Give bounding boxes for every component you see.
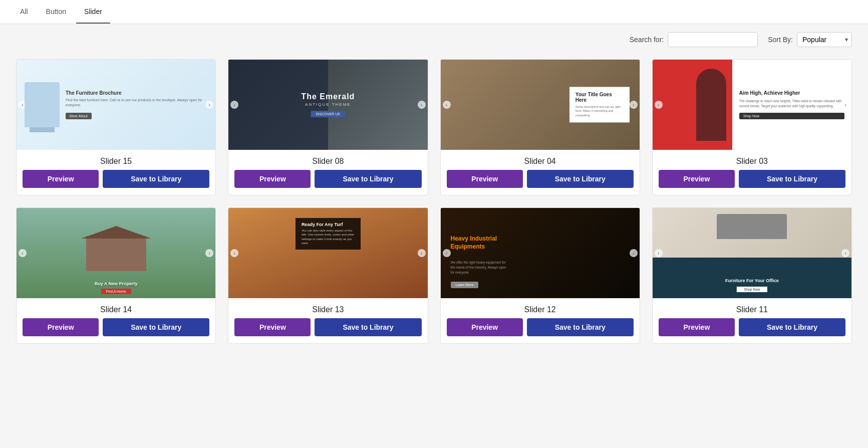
sofa-shape-11 <box>717 214 787 239</box>
preview-button-slider-03[interactable]: Preview <box>659 170 735 188</box>
content-block-03: Aim High, Achieve Higher The challenge t… <box>732 60 851 150</box>
card-thumb-slider-15: ‹ The Furniture Brochure Find the best f… <box>17 60 215 150</box>
thumb-body-15: Find the best furniture here. Call us to… <box>66 98 207 108</box>
thumb-body-03: The challenge to reach new heights. Titl… <box>739 99 844 109</box>
preview-button-slider-15[interactable]: Preview <box>23 170 99 188</box>
tab-slider[interactable]: Slider <box>76 1 110 24</box>
card-actions-slider-11: Preview Save to Library <box>653 318 851 343</box>
prev-arrow-03[interactable]: ‹ <box>655 101 663 109</box>
prev-arrow-13[interactable]: ‹ <box>230 249 238 257</box>
card-actions-slider-04: Preview Save to Library <box>441 170 640 195</box>
card-title-slider-08: Slider 08 <box>228 150 427 170</box>
search-group: Search for: <box>630 32 758 47</box>
overlay-text-08: The Emerald ANTIQUE THEME DISCOVER US <box>301 92 355 117</box>
next-arrow-08[interactable]: › <box>418 101 426 109</box>
thumb-bottom-text-11: Furniture For Your Office <box>725 278 779 283</box>
card-thumb-slider-08: The Emerald ANTIQUE THEME DISCOVER US ‹ … <box>228 60 427 150</box>
next-arrow-15[interactable]: › <box>205 101 213 109</box>
card-title-slider-04: Slider 04 <box>441 150 640 170</box>
save-button-slider-15[interactable]: Save to Library <box>103 170 209 188</box>
chair-image-15 <box>25 82 60 127</box>
thumb-bottom-cta-14: Find A Home <box>101 289 131 294</box>
card-title-slider-03: Slider 03 <box>653 150 851 170</box>
thumb-bottom-cta-11: Shop Now <box>737 287 767 292</box>
dark-box-13: Ready For Any Turf You can also style ev… <box>296 218 361 250</box>
thumb-body-12: We offer the right heavy equipment for t… <box>451 260 511 275</box>
thumb-headline-03: Aim High, Achieve Higher <box>739 90 844 96</box>
thumb-cta-15: More About <box>66 113 92 119</box>
prev-arrow-04[interactable]: ‹ <box>443 101 451 109</box>
person-silhouette-03 <box>696 69 726 141</box>
preview-button-slider-04[interactable]: Preview <box>447 170 523 188</box>
white-box-04: Your Title Goes Here Some descriptive te… <box>569 87 630 122</box>
tab-button[interactable]: Button <box>38 1 74 24</box>
card-slider-03: Aim High, Achieve Higher The challenge t… <box>652 59 852 195</box>
next-arrow-13[interactable]: › <box>418 249 426 257</box>
thumb-sub-08: ANTIQUE THEME <box>301 102 355 107</box>
card-actions-slider-13: Preview Save to Library <box>228 318 427 343</box>
next-arrow-11[interactable]: › <box>841 249 849 257</box>
preview-button-slider-13[interactable]: Preview <box>234 318 311 336</box>
card-actions-slider-15: Preview Save to Library <box>17 170 215 195</box>
card-slider-08: The Emerald ANTIQUE THEME DISCOVER US ‹ … <box>228 59 428 195</box>
sort-group: Sort By: Popular Newest Oldest <box>768 32 852 47</box>
card-actions-slider-14: Preview Save to Library <box>17 318 215 343</box>
thumb-headline-15: The Furniture Brochure <box>66 90 207 96</box>
thumb-title-13: Ready For Any Turf <box>302 222 355 227</box>
sort-select[interactable]: Popular Newest Oldest <box>797 32 852 47</box>
text-block-15: The Furniture Brochure Find the best fur… <box>66 90 207 120</box>
card-slider-11: Furniture For Your Office Shop Now ‹ › S… <box>652 207 852 344</box>
card-title-slider-11: Slider 11 <box>653 298 851 318</box>
card-slider-13: Ready For Any Turf You can also style ev… <box>228 207 428 344</box>
save-button-slider-14[interactable]: Save to Library <box>103 318 209 336</box>
card-thumb-slider-12: Heavy IndustrialEquipments We offer the … <box>441 208 640 298</box>
card-thumb-slider-13: Ready For Any Turf You can also style ev… <box>228 208 427 298</box>
save-button-slider-11[interactable]: Save to Library <box>739 318 845 336</box>
next-arrow-04[interactable]: › <box>630 101 638 109</box>
search-label: Search for: <box>630 36 664 44</box>
card-slider-15: ‹ The Furniture Brochure Find the best f… <box>16 59 216 195</box>
prev-arrow-08[interactable]: ‹ <box>230 101 238 109</box>
preview-button-slider-11[interactable]: Preview <box>659 318 735 336</box>
save-button-slider-13[interactable]: Save to Library <box>315 318 421 336</box>
card-title-slider-14: Slider 14 <box>17 298 215 318</box>
card-actions-slider-12: Preview Save to Library <box>441 318 640 343</box>
save-button-slider-12[interactable]: Save to Library <box>527 318 634 336</box>
prev-arrow-11[interactable]: ‹ <box>655 249 663 257</box>
next-arrow-14[interactable]: › <box>205 249 213 257</box>
preview-button-slider-12[interactable]: Preview <box>447 318 523 336</box>
thumb-title-04: Your Title Goes Here <box>575 92 624 103</box>
thumb-title-08: The Emerald <box>301 92 355 101</box>
save-button-slider-08[interactable]: Save to Library <box>315 170 421 188</box>
search-input[interactable] <box>668 32 758 47</box>
card-slider-12: Heavy IndustrialEquipments We offer the … <box>440 207 640 344</box>
thumb-orange-title-12: Heavy IndustrialEquipments <box>451 235 497 251</box>
next-arrow-12[interactable]: › <box>630 249 638 257</box>
thumb-bottom-text-14: Buy A New Property <box>95 281 138 286</box>
next-arrow-03[interactable]: › <box>841 101 849 109</box>
card-slider-14: Buy A New Property Find A Home ‹ › Slide… <box>16 207 216 344</box>
card-thumb-slider-14: Buy A New Property Find A Home ‹ › <box>17 208 215 298</box>
card-title-slider-13: Slider 13 <box>228 298 427 318</box>
toolbar: Search for: Sort By: Popular Newest Olde… <box>0 24 868 55</box>
sort-select-wrapper: Popular Newest Oldest <box>797 32 852 47</box>
preview-button-slider-08[interactable]: Preview <box>234 170 311 188</box>
card-thumb-slider-03: Aim High, Achieve Higher The challenge t… <box>653 60 851 150</box>
preview-button-slider-14[interactable]: Preview <box>23 318 99 336</box>
thumb-cta-08: DISCOVER US <box>311 111 345 117</box>
thumb-body-04: Some descriptive text can go right here.… <box>575 105 624 117</box>
card-slider-04: Your Title Goes Here Some descriptive te… <box>440 59 640 195</box>
save-button-slider-04[interactable]: Save to Library <box>527 170 634 188</box>
save-button-slider-03[interactable]: Save to Library <box>739 170 845 188</box>
tab-all[interactable]: All <box>12 1 36 24</box>
card-title-slider-15: Slider 15 <box>17 150 215 170</box>
card-thumb-slider-04: Your Title Goes Here Some descriptive te… <box>441 60 640 150</box>
prev-arrow-12[interactable]: ‹ <box>443 249 451 257</box>
card-actions-slider-08: Preview Save to Library <box>228 170 427 195</box>
tab-bar: All Button Slider <box>0 0 868 24</box>
thumb-cta-03: Shop Now <box>739 113 844 119</box>
prev-arrow-14[interactable]: ‹ <box>19 249 27 257</box>
card-actions-slider-03: Preview Save to Library <box>653 170 851 195</box>
card-title-slider-12: Slider 12 <box>441 298 640 318</box>
thumb-cta-12: Learn More <box>451 282 479 288</box>
